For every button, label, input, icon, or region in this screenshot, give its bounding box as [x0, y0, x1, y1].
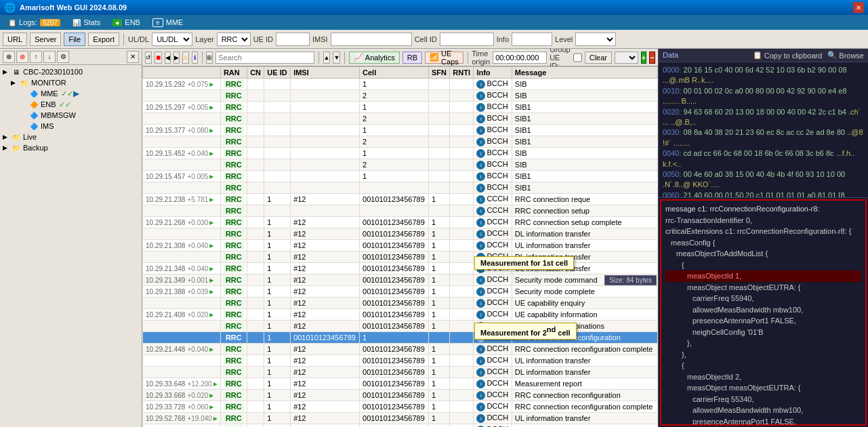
- table-row[interactable]: RRC2iBCCHSIB: [143, 159, 658, 171]
- table-row[interactable]: RRCiCCCHRRC connection setup: [143, 205, 658, 217]
- table-row[interactable]: 10.29.15.377 +0.080RRC1iBCCHSIB1: [143, 125, 658, 136]
- table-row[interactable]: 10.29.21.308 +0.040RRC1#1200101012345678…: [143, 240, 658, 251]
- menu-stats[interactable]: 📊 Stats: [67, 17, 106, 28]
- menu-logs[interactable]: 📋 Logs: 6207: [3, 17, 66, 28]
- table-row[interactable]: 10.29.15.297 +0.005RRC1iBCCHSIB1: [143, 102, 658, 113]
- tree-enb[interactable]: 🔶 ENB ✓ ✓: [1, 99, 140, 110]
- table-row[interactable]: 10.29.21.349 +0.001RRC1#1200101012345678…: [143, 274, 658, 286]
- sidebar-btn-1[interactable]: ⊕: [3, 51, 15, 63]
- table-row[interactable]: 10.29.15.457 +0.005RRC1iBCCHSIB1: [143, 171, 658, 182]
- level-select[interactable]: [575, 33, 616, 46]
- table-row[interactable]: RRC10010101234567891iDCCHRRC connection …: [143, 332, 658, 344]
- tree-live[interactable]: ▶ 📁 Live: [1, 131, 140, 142]
- uecaps-btn[interactable]: 📶 UE Caps: [425, 52, 463, 64]
- tree-area: ▶ 🖥 CBC-2023010100 ▶ 📁 MONITOR 🔷 MME ✓ ✓…: [0, 65, 142, 427]
- nav-info-btn[interactable]: ℹ: [192, 52, 198, 64]
- table-row[interactable]: RRC1#120010101234567891iDCCHUE capabilit…: [143, 298, 658, 309]
- info-circle-icon: i: [476, 241, 485, 250]
- table-row[interactable]: RRC1#120010101234567891iDCCHEUTRA band c…: [143, 321, 658, 332]
- sidebar-btn-4[interactable]: ↓: [43, 51, 56, 63]
- col-cn[interactable]: CN: [247, 67, 264, 79]
- tree-backup[interactable]: ▶ 📁 Backup: [1, 142, 140, 153]
- table-row[interactable]: RRC2iBCCHSIB1: [143, 136, 658, 148]
- col-info[interactable]: Info: [474, 67, 512, 79]
- table-row[interactable]: 10.29.21.238 +5.781RRC1#1200101012345678…: [143, 194, 658, 205]
- server-btn[interactable]: Server: [30, 33, 61, 46]
- col-ueid[interactable]: UE ID: [264, 67, 291, 79]
- browse-btn[interactable]: 🔍 Browse: [827, 51, 864, 60]
- col-rnti[interactable]: RNTI: [450, 67, 474, 79]
- nav-next-btn[interactable]: ▶: [173, 52, 180, 64]
- col-message[interactable]: Message: [512, 67, 657, 79]
- table-row[interactable]: 10.29.15.452 +0.040RRC1iBCCHSIB: [143, 148, 658, 159]
- cellid-input[interactable]: [440, 33, 494, 46]
- analytics-btn[interactable]: 📈 Analytics: [349, 52, 400, 64]
- cell-imsi: #12: [291, 378, 360, 390]
- tree-monitor[interactable]: ▶ 📁 MONITOR: [1, 77, 140, 88]
- table-row[interactable]: 10.29.33.728 +0.060RRC1#1200101012345678…: [143, 401, 658, 413]
- nav-refresh-btn[interactable]: ↺: [145, 52, 152, 64]
- nav-stop-btn[interactable]: ⏹: [154, 52, 162, 64]
- clear-btn[interactable]: Clear: [585, 52, 612, 64]
- col-sfn[interactable]: SFN: [429, 67, 450, 79]
- group-ue-checkbox[interactable]: [573, 53, 582, 62]
- log-table: RAN CN UE ID IMSI Cell SFN RNTI Info Mes…: [142, 66, 658, 427]
- nav-up-btn[interactable]: ▲: [323, 52, 331, 64]
- export-btn[interactable]: Export: [88, 33, 119, 46]
- table-row[interactable]: 10.29.21.268 +0.030RRC1#1200101012345678…: [143, 217, 658, 228]
- table-row[interactable]: 10.29.21.348 +0.040RRC1#1200101012345678…: [143, 263, 658, 274]
- search-input[interactable]: [215, 52, 314, 64]
- table-row[interactable]: 10.29.33.668 +0.020RRC1#1200101012345678…: [143, 390, 658, 401]
- table-row[interactable]: 10.29.15.292 +0.075RRC1iBCCHSIB: [143, 79, 658, 90]
- info-input[interactable]: [512, 33, 552, 46]
- copy-to-clipboard-btn[interactable]: 📋 Copy to clipboard: [753, 51, 823, 60]
- level-label: Level: [555, 35, 573, 43]
- close-sidebar-btn[interactable]: ✕: [127, 51, 139, 63]
- cell-time: 10.29.15.377 +0.080: [143, 125, 221, 136]
- table-row[interactable]: RRC1#120010101234567891iDCCHDL informati…: [143, 367, 658, 378]
- col-cell[interactable]: Cell: [360, 67, 429, 79]
- tree-mbmsgw[interactable]: 🔷 MBMSGW: [1, 110, 140, 121]
- tree-ims[interactable]: 🔷 IMS: [1, 121, 140, 131]
- cell-message: SIB1: [512, 113, 657, 125]
- col-imsi[interactable]: IMSI: [291, 67, 360, 79]
- uldl-select[interactable]: UL/DLULDL: [152, 33, 192, 46]
- nav-grid-btn[interactable]: ⊞: [206, 52, 213, 64]
- imsi-input[interactable]: [331, 33, 412, 46]
- tree-mme[interactable]: 🔷 MME ✓ ✓ ▶: [1, 88, 140, 99]
- cell-sfn: 1: [429, 367, 450, 378]
- sidebar-btn-5[interactable]: ⚙: [57, 51, 69, 63]
- sidebar-btn-3[interactable]: ↑: [30, 51, 42, 63]
- menu-mme[interactable]: ≡ MME: [147, 17, 189, 28]
- table-row[interactable]: 10.29.21.448 +0.040RRC1#1200101012345678…: [143, 344, 658, 355]
- sidebar-btn-2[interactable]: ⊗: [16, 51, 28, 63]
- layer-select[interactable]: RRCNASS1AP: [217, 33, 251, 46]
- col-ran[interactable]: RAN: [220, 67, 247, 79]
- table-row[interactable]: RRC1#120010101234567891iDCCHUL informati…: [143, 355, 658, 367]
- table-row[interactable]: RRC1#120010101234567891iDCCHDL informati…: [143, 228, 658, 240]
- file-btn[interactable]: File: [64, 33, 85, 46]
- table-row[interactable]: 10.29.52.768 +19.040RRC1#120010101234567…: [143, 413, 658, 424]
- table-row[interactable]: 10.29.21.388 +0.039RRC1#1200101012345678…: [143, 286, 658, 298]
- nav-warn-btn[interactable]: ⚠: [182, 52, 189, 64]
- table-row[interactable]: 10.29.33.648 +12.200RRC1#120010101234567…: [143, 378, 658, 390]
- table-row[interactable]: RRC2iBCCHSIB1: [143, 113, 658, 125]
- url-btn[interactable]: URL: [3, 33, 27, 46]
- cell-ueid: 1: [264, 355, 291, 367]
- close-button[interactable]: ✕: [853, 2, 864, 13]
- filter-select[interactable]: [615, 52, 638, 64]
- table-row[interactable]: RRC1#120010101234567891iDCCHRRC connecti…: [143, 424, 658, 428]
- nav-down-btn[interactable]: ▼: [333, 52, 340, 64]
- table-row[interactable]: 10.29.21.408 +0.020RRC1#1200101012345678…: [143, 309, 658, 321]
- table-row[interactable]: RRCiBCCHSIB1: [143, 182, 658, 194]
- rb-btn[interactable]: RB: [402, 52, 422, 64]
- ueid-input[interactable]: [276, 33, 310, 46]
- menu-enb[interactable]: ● ENB: [107, 17, 146, 28]
- add-btn[interactable]: +: [641, 52, 647, 64]
- time-input[interactable]: [493, 52, 547, 64]
- tree-root[interactable]: ▶ 🖥 CBC-2023010100: [1, 66, 140, 77]
- table-row[interactable]: RRC1#120010101234567891iDCCHDL informati…: [143, 251, 658, 263]
- table-row[interactable]: RRC2iBCCHSIB: [143, 90, 658, 102]
- nav-prev-btn[interactable]: ◀: [165, 52, 171, 64]
- remove-btn[interactable]: −: [649, 52, 655, 64]
